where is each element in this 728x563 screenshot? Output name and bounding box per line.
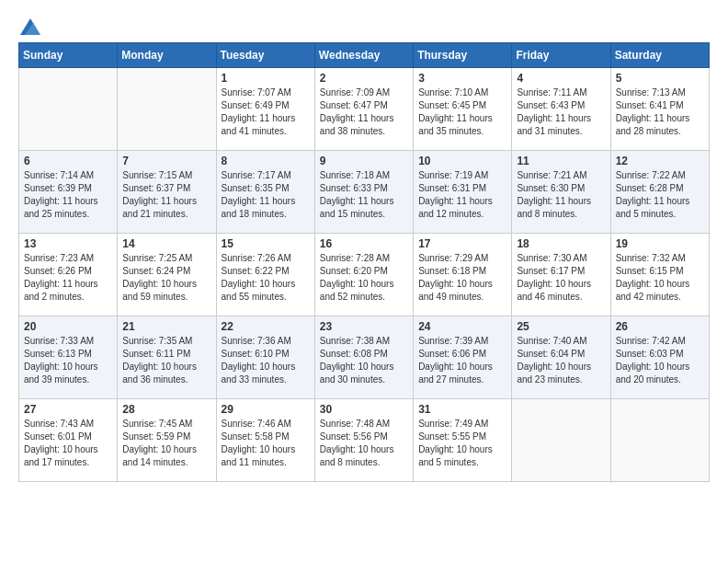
weekday-header-tuesday: Tuesday (216, 43, 314, 68)
logo (18, 18, 40, 33)
calendar-cell: 21Sunrise: 7:35 AM Sunset: 6:11 PM Dayli… (118, 316, 216, 399)
day-number: 23 (320, 320, 408, 333)
day-info: Sunrise: 7:30 AM Sunset: 6:17 PM Dayligh… (517, 252, 605, 304)
weekday-header-row: SundayMondayTuesdayWednesdayThursdayFrid… (19, 43, 710, 68)
calendar-cell: 11Sunrise: 7:21 AM Sunset: 6:30 PM Dayli… (512, 151, 610, 234)
day-info: Sunrise: 7:25 AM Sunset: 6:24 PM Dayligh… (122, 252, 210, 304)
calendar-table: SundayMondayTuesdayWednesdayThursdayFrid… (18, 42, 710, 482)
day-number: 29 (222, 403, 310, 416)
day-number: 24 (418, 320, 506, 333)
day-info: Sunrise: 7:39 AM Sunset: 6:06 PM Dayligh… (418, 335, 506, 386)
calendar-week-row: 1Sunrise: 7:07 AM Sunset: 6:49 PM Daylig… (19, 68, 710, 151)
day-number: 9 (320, 155, 408, 167)
weekday-header-wednesday: Wednesday (314, 43, 413, 68)
day-info: Sunrise: 7:42 AM Sunset: 6:03 PM Dayligh… (616, 335, 704, 386)
day-info: Sunrise: 7:19 AM Sunset: 6:31 PM Dayligh… (418, 169, 506, 221)
day-number: 18 (517, 237, 605, 250)
calendar-cell: 9Sunrise: 7:18 AM Sunset: 6:33 PM Daylig… (314, 151, 413, 234)
day-number: 10 (418, 155, 506, 167)
calendar-week-row: 6Sunrise: 7:14 AM Sunset: 6:39 PM Daylig… (19, 151, 710, 234)
day-info: Sunrise: 7:28 AM Sunset: 6:20 PM Dayligh… (320, 252, 408, 304)
day-number: 7 (122, 155, 210, 167)
calendar-cell: 25Sunrise: 7:40 AM Sunset: 6:04 PM Dayli… (512, 316, 610, 399)
calendar-cell: 4Sunrise: 7:11 AM Sunset: 6:43 PM Daylig… (512, 68, 610, 151)
day-number: 25 (517, 320, 605, 333)
logo-icon (20, 18, 40, 35)
calendar-week-row: 27Sunrise: 7:43 AM Sunset: 6:01 PM Dayli… (19, 399, 710, 482)
day-number: 11 (517, 155, 605, 167)
day-info: Sunrise: 7:36 AM Sunset: 6:10 PM Dayligh… (222, 335, 310, 386)
calendar-cell: 6Sunrise: 7:14 AM Sunset: 6:39 PM Daylig… (19, 151, 118, 234)
day-number: 28 (122, 403, 210, 416)
day-number: 13 (24, 237, 112, 250)
day-number: 6 (24, 155, 112, 167)
day-number: 3 (418, 72, 506, 85)
day-info: Sunrise: 7:07 AM Sunset: 6:49 PM Dayligh… (222, 86, 310, 138)
calendar-cell: 2Sunrise: 7:09 AM Sunset: 6:47 PM Daylig… (314, 68, 413, 151)
calendar-cell: 1Sunrise: 7:07 AM Sunset: 6:49 PM Daylig… (216, 68, 314, 151)
page: SundayMondayTuesdayWednesdayThursdayFrid… (0, 0, 728, 491)
day-number: 30 (320, 403, 408, 416)
day-info: Sunrise: 7:29 AM Sunset: 6:18 PM Dayligh… (418, 252, 506, 304)
day-info: Sunrise: 7:11 AM Sunset: 6:43 PM Dayligh… (517, 86, 605, 138)
calendar-cell: 16Sunrise: 7:28 AM Sunset: 6:20 PM Dayli… (314, 234, 413, 316)
calendar-cell: 31Sunrise: 7:49 AM Sunset: 5:55 PM Dayli… (414, 399, 512, 482)
calendar-cell (512, 399, 610, 482)
header (18, 18, 710, 33)
day-info: Sunrise: 7:22 AM Sunset: 6:28 PM Dayligh… (616, 169, 704, 221)
day-info: Sunrise: 7:43 AM Sunset: 6:01 PM Dayligh… (24, 418, 112, 469)
calendar-cell: 15Sunrise: 7:26 AM Sunset: 6:22 PM Dayli… (216, 234, 314, 316)
calendar-cell (610, 399, 709, 482)
day-info: Sunrise: 7:26 AM Sunset: 6:22 PM Dayligh… (222, 252, 310, 304)
calendar-cell: 12Sunrise: 7:22 AM Sunset: 6:28 PM Dayli… (610, 151, 709, 234)
weekday-header-monday: Monday (118, 43, 216, 68)
day-number: 26 (616, 320, 704, 333)
day-number: 14 (122, 237, 210, 250)
calendar-week-row: 13Sunrise: 7:23 AM Sunset: 6:26 PM Dayli… (19, 234, 710, 316)
calendar-cell: 23Sunrise: 7:38 AM Sunset: 6:08 PM Dayli… (314, 316, 413, 399)
weekday-header-friday: Friday (512, 43, 610, 68)
day-number: 19 (616, 237, 704, 250)
day-info: Sunrise: 7:38 AM Sunset: 6:08 PM Dayligh… (320, 335, 408, 386)
calendar-cell: 18Sunrise: 7:30 AM Sunset: 6:17 PM Dayli… (512, 234, 610, 316)
day-info: Sunrise: 7:45 AM Sunset: 5:59 PM Dayligh… (122, 418, 210, 469)
day-info: Sunrise: 7:35 AM Sunset: 6:11 PM Dayligh… (122, 335, 210, 386)
day-number: 16 (320, 237, 408, 250)
calendar-cell: 30Sunrise: 7:48 AM Sunset: 5:56 PM Dayli… (314, 399, 413, 482)
day-info: Sunrise: 7:09 AM Sunset: 6:47 PM Dayligh… (320, 86, 408, 138)
calendar-cell: 28Sunrise: 7:45 AM Sunset: 5:59 PM Dayli… (118, 399, 216, 482)
day-info: Sunrise: 7:32 AM Sunset: 6:15 PM Dayligh… (616, 252, 704, 304)
calendar-cell: 17Sunrise: 7:29 AM Sunset: 6:18 PM Dayli… (414, 234, 512, 316)
calendar-cell: 8Sunrise: 7:17 AM Sunset: 6:35 PM Daylig… (216, 151, 314, 234)
day-info: Sunrise: 7:40 AM Sunset: 6:04 PM Dayligh… (517, 335, 605, 386)
day-number: 31 (418, 403, 506, 416)
calendar-cell: 22Sunrise: 7:36 AM Sunset: 6:10 PM Dayli… (216, 316, 314, 399)
calendar-cell (19, 68, 118, 151)
calendar-cell: 19Sunrise: 7:32 AM Sunset: 6:15 PM Dayli… (610, 234, 709, 316)
day-number: 20 (24, 320, 112, 333)
day-info: Sunrise: 7:23 AM Sunset: 6:26 PM Dayligh… (24, 252, 112, 304)
calendar-cell: 29Sunrise: 7:46 AM Sunset: 5:58 PM Dayli… (216, 399, 314, 482)
day-number: 22 (222, 320, 310, 333)
calendar-cell: 20Sunrise: 7:33 AM Sunset: 6:13 PM Dayli… (19, 316, 118, 399)
day-number: 27 (24, 403, 112, 416)
day-number: 5 (616, 72, 704, 85)
day-info: Sunrise: 7:14 AM Sunset: 6:39 PM Dayligh… (24, 169, 112, 221)
calendar-cell (118, 68, 216, 151)
day-number: 21 (122, 320, 210, 333)
weekday-header-sunday: Sunday (19, 43, 118, 68)
day-info: Sunrise: 7:15 AM Sunset: 6:37 PM Dayligh… (122, 169, 210, 221)
day-number: 12 (616, 155, 704, 167)
weekday-header-saturday: Saturday (610, 43, 709, 68)
day-number: 17 (418, 237, 506, 250)
day-number: 15 (222, 237, 310, 250)
calendar-cell: 27Sunrise: 7:43 AM Sunset: 6:01 PM Dayli… (19, 399, 118, 482)
day-info: Sunrise: 7:49 AM Sunset: 5:55 PM Dayligh… (418, 418, 506, 469)
calendar-cell: 5Sunrise: 7:13 AM Sunset: 6:41 PM Daylig… (610, 68, 709, 151)
day-info: Sunrise: 7:33 AM Sunset: 6:13 PM Dayligh… (24, 335, 112, 386)
day-info: Sunrise: 7:17 AM Sunset: 6:35 PM Dayligh… (222, 169, 310, 221)
day-info: Sunrise: 7:21 AM Sunset: 6:30 PM Dayligh… (517, 169, 605, 221)
day-info: Sunrise: 7:10 AM Sunset: 6:45 PM Dayligh… (418, 86, 506, 138)
calendar-week-row: 20Sunrise: 7:33 AM Sunset: 6:13 PM Dayli… (19, 316, 710, 399)
day-info: Sunrise: 7:18 AM Sunset: 6:33 PM Dayligh… (320, 169, 408, 221)
